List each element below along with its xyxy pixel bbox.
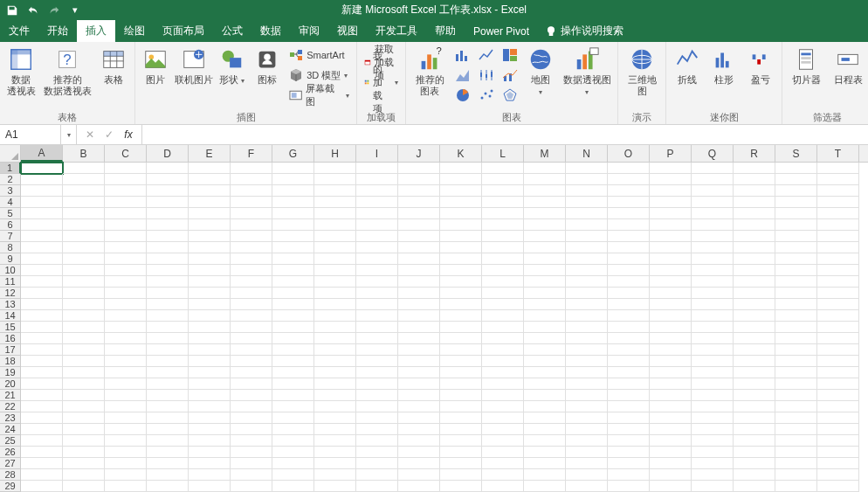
cell[interactable] xyxy=(650,185,692,197)
cell[interactable] xyxy=(650,197,692,208)
cell[interactable] xyxy=(147,458,189,469)
cell[interactable] xyxy=(231,185,272,197)
cell[interactable] xyxy=(817,390,859,401)
cell[interactable] xyxy=(566,310,608,322)
cell[interactable] xyxy=(356,265,398,276)
column-header[interactable]: H xyxy=(314,145,356,162)
cell[interactable] xyxy=(524,367,566,378)
cell[interactable] xyxy=(21,253,63,265)
cell[interactable] xyxy=(566,265,608,276)
cell[interactable] xyxy=(734,401,775,412)
cell[interactable] xyxy=(147,163,189,174)
cell[interactable] xyxy=(524,276,566,288)
cell[interactable] xyxy=(272,288,314,299)
cell[interactable] xyxy=(650,242,692,253)
cell[interactable] xyxy=(398,435,440,447)
cell[interactable] xyxy=(231,344,272,356)
cell[interactable] xyxy=(105,299,147,310)
cell[interactable] xyxy=(775,288,817,299)
cell[interactable] xyxy=(189,356,231,367)
cell[interactable] xyxy=(817,435,859,447)
cell[interactable] xyxy=(147,424,189,435)
cell[interactable] xyxy=(231,288,272,299)
icons-button[interactable]: 图标 xyxy=(251,44,285,86)
column-header[interactable]: S xyxy=(775,145,817,162)
cell[interactable] xyxy=(272,276,314,288)
cell[interactable] xyxy=(734,481,775,492)
cell[interactable] xyxy=(692,344,734,356)
cell[interactable] xyxy=(63,367,105,378)
cell[interactable] xyxy=(440,447,482,458)
cell[interactable] xyxy=(356,333,398,344)
cell[interactable] xyxy=(231,253,272,265)
row-header[interactable]: 1 xyxy=(0,163,21,174)
row-header[interactable]: 20 xyxy=(0,378,21,390)
recommended-charts-button[interactable]: ? 推荐的 图表 xyxy=(410,44,450,97)
cell[interactable] xyxy=(272,333,314,344)
cell[interactable] xyxy=(817,265,859,276)
cell[interactable] xyxy=(231,310,272,322)
cell[interactable] xyxy=(650,231,692,242)
cell[interactable] xyxy=(21,174,63,185)
cell[interactable] xyxy=(63,481,105,492)
cell[interactable] xyxy=(398,208,440,219)
select-all-button[interactable] xyxy=(0,145,21,162)
cell[interactable] xyxy=(231,447,272,458)
row-header[interactable]: 5 xyxy=(0,208,21,219)
cell[interactable] xyxy=(482,253,524,265)
cell[interactable] xyxy=(356,310,398,322)
cell[interactable] xyxy=(440,424,482,435)
cell[interactable] xyxy=(231,401,272,412)
cell[interactable] xyxy=(608,185,650,197)
cell[interactable] xyxy=(482,322,524,333)
cell[interactable] xyxy=(650,265,692,276)
cell[interactable] xyxy=(272,424,314,435)
cell[interactable] xyxy=(817,242,859,253)
cell[interactable] xyxy=(440,208,482,219)
cell[interactable] xyxy=(63,378,105,390)
cell[interactable] xyxy=(440,253,482,265)
column-header[interactable]: Q xyxy=(692,145,734,162)
cell[interactable] xyxy=(650,390,692,401)
cell[interactable] xyxy=(734,185,775,197)
cell[interactable] xyxy=(105,219,147,231)
cell[interactable] xyxy=(105,481,147,492)
cell[interactable] xyxy=(650,333,692,344)
cell[interactable] xyxy=(566,469,608,481)
cell[interactable] xyxy=(650,481,692,492)
cell[interactable] xyxy=(398,344,440,356)
cell[interactable] xyxy=(566,356,608,367)
cell[interactable] xyxy=(734,333,775,344)
cell[interactable] xyxy=(314,197,356,208)
cell[interactable] xyxy=(356,469,398,481)
maps-button[interactable]: 地图▾ xyxy=(523,44,558,98)
cell[interactable] xyxy=(817,401,859,412)
cell[interactable] xyxy=(398,322,440,333)
cell[interactable] xyxy=(482,333,524,344)
cell[interactable] xyxy=(231,299,272,310)
cell[interactable] xyxy=(566,390,608,401)
cell[interactable] xyxy=(817,276,859,288)
column-header[interactable]: D xyxy=(147,145,189,162)
cell[interactable] xyxy=(566,458,608,469)
cell[interactable] xyxy=(272,481,314,492)
cell[interactable] xyxy=(105,435,147,447)
cell[interactable] xyxy=(692,253,734,265)
row-header[interactable]: 4 xyxy=(0,197,21,208)
cell[interactable] xyxy=(440,458,482,469)
smartart-button[interactable]: SmartArt xyxy=(286,45,353,65)
cell[interactable] xyxy=(608,253,650,265)
cell[interactable] xyxy=(482,174,524,185)
cell[interactable] xyxy=(734,378,775,390)
column-header[interactable]: B xyxy=(63,145,105,162)
cell[interactable] xyxy=(440,322,482,333)
cell[interactable] xyxy=(147,412,189,424)
cell[interactable] xyxy=(524,390,566,401)
cell[interactable] xyxy=(566,435,608,447)
cell[interactable] xyxy=(692,219,734,231)
cell[interactable] xyxy=(692,378,734,390)
cell[interactable] xyxy=(314,185,356,197)
cell[interactable] xyxy=(63,163,105,174)
cell[interactable] xyxy=(482,276,524,288)
cell[interactable] xyxy=(63,242,105,253)
